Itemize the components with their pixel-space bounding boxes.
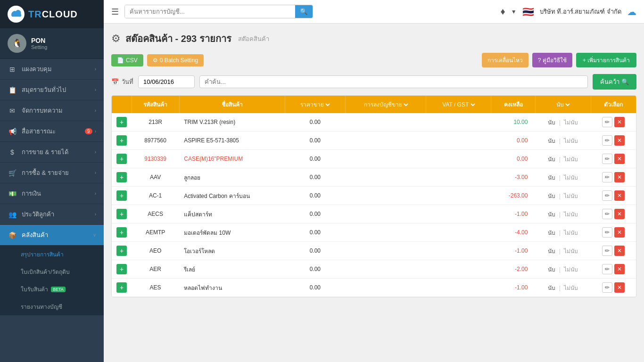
product-name: Activated Carbon คาร์บอน — [179, 187, 285, 205]
unit-label: นับ — [548, 138, 555, 144]
sidebar-item-finance[interactable]: 💵 การเงิน › — [0, 183, 104, 204]
sidebar-item-label: สมุดรายวันทั่วไป — [22, 85, 95, 95]
batch-setting-button[interactable]: ⚙ 0 Batch Setting — [147, 54, 204, 66]
unit-inactive-label: ไม่นับ — [564, 211, 578, 218]
sidebar-item-sales[interactable]: $ การขาย & รายได้ › — [0, 142, 104, 163]
unit-inactive-label: ไม่นับ — [564, 230, 578, 236]
sidebar-item-dashboard[interactable]: ⊞ แผงควบคุม › — [0, 59, 104, 80]
product-remaining: -3.00 — [491, 168, 536, 187]
edit-row-button[interactable]: ✏ — [602, 264, 612, 274]
add-row-button[interactable]: + — [116, 135, 127, 146]
user-info: PON Setting — [31, 37, 47, 50]
add-row-button[interactable]: + — [116, 227, 127, 238]
sidebar-item-purchase[interactable]: 🛒 การซื้อ & รายจ่าย › — [0, 163, 104, 183]
table-row: + AES หลอดไฟทำงาน 0.00 -1.00 นับ | ไม่นั… — [112, 279, 636, 297]
unit-separator: | — [559, 138, 561, 144]
unit-label: นับ — [548, 119, 555, 126]
sidebar-item-messages[interactable]: ✉ จัดการบทความ › — [0, 100, 104, 121]
price-filter-select[interactable]: ราคาขาย — [298, 101, 331, 108]
add-row-button[interactable]: + — [116, 190, 127, 201]
company-name: บริษัท ที.อาร์.สยามภัณฑ์ จำกัด — [540, 7, 621, 16]
search-submit-button[interactable]: ค้นคว้า 🔍 — [593, 74, 636, 90]
delete-row-button[interactable]: ✕ — [614, 135, 625, 146]
dropdown-arrow-icon[interactable]: ▼ — [511, 8, 517, 15]
add-row-button[interactable]: + — [116, 246, 127, 256]
delete-row-button[interactable]: ✕ — [614, 154, 625, 164]
chevron-right-icon: › — [95, 212, 96, 217]
product-remaining: 10.00 — [491, 113, 536, 132]
product-vat — [426, 242, 491, 260]
delete-row-button[interactable]: ✕ — [614, 246, 625, 256]
page-breadcrumb: สต๊อคสินค้า — [238, 34, 269, 44]
beta-badge: BETA — [51, 287, 66, 292]
product-price: 0.00 — [285, 113, 345, 132]
hamburger-icon[interactable]: ☰ — [111, 7, 119, 17]
help-button[interactable]: ? คู่มือวิธีใช้ — [532, 53, 572, 67]
delete-row-button[interactable]: ✕ — [614, 117, 625, 127]
search-circle-icon: 🔍 — [621, 78, 629, 85]
edit-row-button[interactable]: ✏ — [602, 282, 612, 293]
add-row-button[interactable]: + — [116, 209, 127, 219]
product-account — [345, 113, 426, 132]
product-name: รีเลย์ — [179, 260, 285, 279]
unit-filter-select[interactable]: นับ — [554, 101, 571, 108]
sidebar-item-inventory[interactable]: 📦 คลังสินค้า ∨ — [0, 225, 104, 246]
date-input[interactable] — [138, 75, 195, 88]
sidebar-item-customers[interactable]: 👥 ประวัติลูกค้า › — [0, 204, 104, 225]
topbar: ☰ 🔍 ♦ ▼ 🇹🇭 บริษัท ที.อาร์.สยามภัณฑ์ จำกั… — [104, 0, 644, 24]
sidebar-item-journal[interactable]: 📋 สมุดรายวันทั่วไป › — [0, 80, 104, 100]
edit-row-button[interactable]: ✏ — [602, 154, 612, 164]
sub-item-receive-stock[interactable]: ใบรับสินค้า BETA — [0, 280, 104, 298]
add-row-button[interactable]: + — [116, 172, 127, 182]
movement-button[interactable]: การเคลื่อนไหว — [482, 53, 528, 67]
add-row-button[interactable]: + — [116, 282, 127, 293]
delete-row-button[interactable]: ✕ — [614, 282, 625, 293]
add-row-button[interactable]: + — [116, 154, 127, 164]
edit-row-button[interactable]: ✏ — [602, 246, 612, 256]
sidebar: TRCLOUD 🐧 PON Setting ⊞ แผงควบคุม › 📋 สม… — [0, 0, 104, 362]
sidebar-item-label: การซื้อ & รายจ่าย — [22, 168, 95, 178]
edit-row-button[interactable]: ✏ — [602, 172, 612, 182]
stock-table: รหัสสินค้า ชื่อสินค้า ราคาขาย การลงบัญชี… — [111, 95, 636, 297]
edit-row-button[interactable]: ✏ — [602, 227, 612, 238]
comms-icon: 📢 — [8, 128, 17, 135]
product-code: AAV — [132, 168, 179, 187]
sub-item-accounting-report[interactable]: รายงานทางบัญชี — [0, 298, 104, 315]
sidebar-item-label: จัดการบทความ — [22, 106, 95, 115]
add-cell: + — [112, 187, 132, 205]
unit-label: นับ — [548, 156, 555, 163]
delete-row-button[interactable]: ✕ — [614, 190, 625, 201]
delete-row-button[interactable]: ✕ — [614, 227, 625, 238]
product-name: มอเตอร์พัดลม 10W — [179, 223, 285, 242]
delete-row-button[interactable]: ✕ — [614, 209, 625, 219]
toolbar-right: การเคลื่อนไหว ? คู่มือวิธีใช้ + เพิ่มราย… — [482, 53, 636, 67]
product-code: 8977560 — [132, 132, 179, 150]
edit-row-button[interactable]: ✏ — [602, 135, 612, 146]
product-price: 0.00 — [285, 168, 345, 187]
delete-row-button[interactable]: ✕ — [614, 172, 625, 182]
search-input[interactable] — [125, 5, 295, 18]
sub-item-stock-in-out[interactable]: ใบเบิกสินค้า/วัตถุดิบ — [0, 263, 104, 280]
sub-item-stock-summary[interactable]: สรุปรายการสินค้า — [0, 246, 104, 263]
username: PON — [31, 37, 47, 44]
edit-row-button[interactable]: ✏ — [602, 117, 612, 127]
product-unit: นับ | ไม่นับ — [535, 205, 591, 223]
product-vat — [426, 132, 491, 150]
account-filter-select[interactable]: การลงบัญชีขาย — [362, 101, 410, 108]
csv-button[interactable]: 📄 CSV — [111, 54, 143, 66]
edit-row-button[interactable]: ✏ — [602, 209, 612, 219]
add-product-button[interactable]: + เพิ่มรายการสินค้า — [576, 53, 636, 67]
add-row-button[interactable]: + — [116, 117, 127, 127]
edit-row-button[interactable]: ✏ — [602, 190, 612, 201]
vat-filter-select[interactable]: VAT / GST — [440, 101, 477, 108]
keyword-search-input[interactable] — [199, 75, 588, 88]
add-row-button[interactable]: + — [116, 264, 127, 274]
flag-icon[interactable]: 🇹🇭 — [522, 6, 534, 17]
search-button[interactable]: 🔍 — [295, 5, 313, 18]
product-remaining: 0.00 — [491, 132, 536, 150]
delete-row-button[interactable]: ✕ — [614, 264, 625, 274]
sidebar-item-comms[interactable]: 📢 สื่อสาธารณะ 9 › — [0, 121, 104, 142]
table-row: + 213R TRIM V.213R (resin) 0.00 10.00 นั… — [112, 113, 636, 132]
unit-separator: | — [559, 230, 561, 236]
unit-label: นับ — [548, 230, 555, 236]
